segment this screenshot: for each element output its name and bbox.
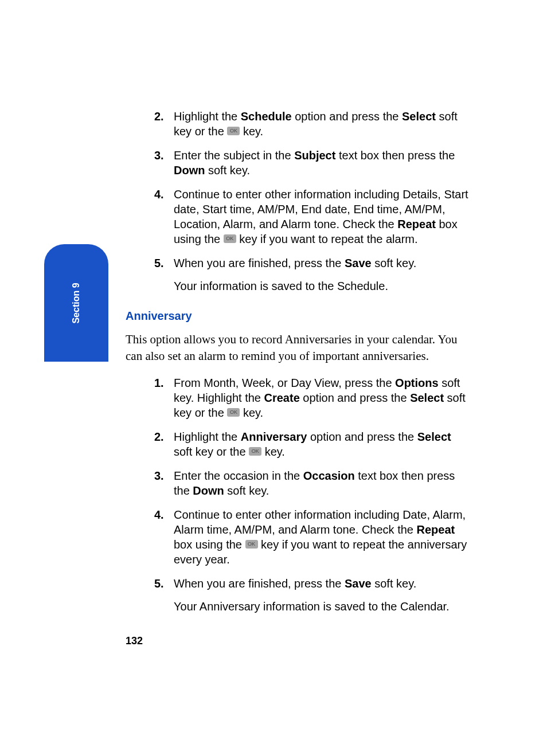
step-text: Continue to enter other information incl…: [174, 508, 467, 566]
step-number: 3.: [154, 148, 164, 163]
text-run: When you are finished, press the: [174, 257, 345, 269]
text-run: box using the: [174, 538, 245, 551]
step-text: Highlight the Schedule option and press …: [174, 110, 458, 138]
step-item: 3. Enter the occasion in the Occasion te…: [126, 468, 470, 498]
bold-run: Save: [345, 577, 372, 590]
step-text: Continue to enter other information incl…: [174, 188, 468, 245]
bold-run: Subject: [294, 149, 335, 162]
step-number: 5.: [154, 576, 164, 591]
step-number: 1.: [154, 375, 164, 390]
text-run: soft key.: [372, 577, 417, 590]
step-subtext: Your information is saved to the Schedul…: [174, 279, 470, 293]
page-content: 2. Highlight the Schedule option and pre…: [126, 109, 470, 623]
steps-list-anniversary: 1. From Month, Week, or Day View, press …: [126, 375, 470, 614]
bold-run: Select: [417, 430, 451, 443]
ok-key-icon: OK: [227, 408, 240, 417]
ok-key-icon: OK: [224, 234, 236, 243]
ok-key-icon: OK: [245, 540, 258, 549]
step-number: 3.: [154, 468, 164, 483]
step-text: When you are finished, press the Save so…: [174, 257, 416, 269]
step-item: 1. From Month, Week, or Day View, press …: [126, 375, 470, 420]
bold-run: Select: [402, 110, 436, 123]
bold-run: Anniversary: [241, 430, 307, 443]
steps-list-schedule: 2. Highlight the Schedule option and pre…: [126, 109, 470, 293]
text-run: key if you want to repeat the alarm.: [236, 233, 418, 245]
step-item: 2. Highlight the Schedule option and pre…: [126, 109, 470, 139]
bold-run: Down: [174, 164, 205, 177]
step-number: 2.: [154, 429, 164, 444]
step-text: When you are finished, press the Save so…: [174, 577, 416, 590]
section-tab: Section 9: [44, 244, 108, 362]
text-run: When you are finished, press the: [174, 577, 345, 590]
bold-run: Create: [264, 391, 300, 404]
step-item: 4. Continue to enter other information i…: [126, 187, 470, 246]
page-number: 132: [126, 634, 143, 648]
step-item: 5. When you are finished, press the Save…: [126, 256, 470, 293]
bold-run: Repeat: [417, 523, 455, 536]
step-text: Highlight the Anniversary option and pre…: [174, 430, 451, 458]
text-run: option and press the: [292, 110, 402, 123]
subheading-anniversary: Anniversary: [126, 308, 470, 323]
step-text: From Month, Week, or Day View, press the…: [174, 377, 466, 419]
text-run: text box then press the: [335, 149, 455, 162]
text-run: Highlight the: [174, 430, 241, 443]
bold-run: Repeat: [397, 218, 436, 230]
bold-run: Options: [395, 377, 439, 389]
step-text: Enter the subject in the Subject text bo…: [174, 149, 455, 177]
bold-run: Schedule: [241, 110, 292, 123]
step-number: 2.: [154, 109, 164, 124]
text-run: Highlight the: [174, 110, 241, 123]
bold-run: Save: [345, 257, 372, 269]
text-run: key.: [240, 406, 263, 419]
ok-key-icon: OK: [249, 447, 261, 456]
step-number: 5.: [154, 256, 164, 271]
text-run: soft key.: [372, 257, 417, 269]
text-run: Enter the occasion in the: [174, 469, 303, 482]
bold-run: Down: [193, 484, 224, 497]
text-run: option and press the: [300, 391, 410, 404]
body-paragraph: This option allows you to record Anniver…: [126, 331, 470, 365]
bold-run: Occasion: [303, 469, 355, 482]
step-text: Enter the occasion in the Occasion text …: [174, 469, 455, 497]
step-number: 4.: [154, 187, 164, 202]
text-run: From Month, Week, or Day View, press the: [174, 377, 395, 389]
text-run: soft key or the: [174, 445, 249, 458]
bold-run: Select: [410, 391, 444, 404]
manual-page: Section 9 2. Highlight the Schedule opti…: [0, 0, 547, 756]
step-item: 3. Enter the subject in the Subject text…: [126, 148, 470, 178]
text-run: Enter the subject in the: [174, 149, 294, 162]
section-tab-label: Section 9: [71, 283, 83, 323]
ok-key-icon: OK: [227, 127, 240, 135]
step-item: 4. Continue to enter other information i…: [126, 507, 470, 567]
text-run: key.: [261, 445, 285, 458]
step-item: 2. Highlight the Anniversary option and …: [126, 429, 470, 459]
step-item: 5. When you are finished, press the Save…: [126, 576, 470, 614]
text-run: soft key.: [224, 484, 269, 497]
text-run: soft key.: [205, 164, 250, 177]
step-subtext: Your Anniversary information is saved to…: [174, 599, 470, 614]
step-number: 4.: [154, 507, 164, 522]
text-run: option and press the: [307, 430, 417, 443]
text-run: key.: [240, 125, 263, 138]
